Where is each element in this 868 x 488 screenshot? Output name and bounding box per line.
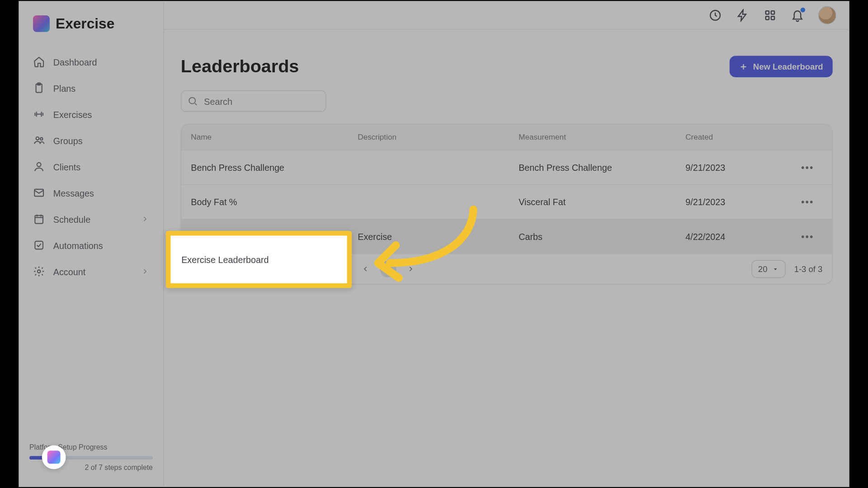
calendar-icon [33, 213, 45, 225]
chevron-right-icon [141, 267, 149, 275]
sidebar-item-automations[interactable]: Automations [25, 233, 158, 257]
check-square-icon [33, 239, 45, 251]
chevron-right-icon [141, 215, 149, 223]
clock-icon[interactable] [709, 9, 722, 22]
brand-logo-icon [33, 15, 50, 32]
svg-rect-13 [771, 16, 774, 19]
row-actions-icon[interactable]: ••• [801, 197, 822, 207]
sidebar-item-label: Groups [53, 135, 83, 145]
column-header: Description [358, 133, 519, 142]
pager: 1 [357, 261, 419, 277]
sidebar-nav: Dashboard Plans Exercises [19, 45, 163, 288]
caret-down-icon [772, 265, 779, 272]
bolt-icon[interactable] [736, 9, 749, 22]
cell-measurement: Visceral Fat [519, 197, 685, 207]
sidebar: Exercise Dashboard Plans [19, 1, 164, 487]
sidebar-item-label: Schedule [53, 214, 90, 224]
sidebar-item-plans[interactable]: Plans [25, 76, 158, 100]
sidebar-item-clients[interactable]: Clients [25, 155, 158, 178]
user-icon [33, 160, 45, 172]
cell-measurement: Carbs [519, 231, 685, 241]
svg-point-14 [189, 98, 195, 104]
sidebar-item-exercises[interactable]: Exercises [25, 102, 158, 126]
table-header: Name Description Measurement Created [181, 124, 832, 150]
cell-description: Exercise [358, 231, 519, 241]
sidebar-item-label: Exercises [53, 109, 92, 119]
search-icon [187, 96, 198, 107]
sidebar-item-label: Messages [53, 188, 94, 197]
svg-point-2 [36, 137, 39, 140]
plus-icon: ＋ [739, 62, 748, 71]
svg-point-3 [40, 138, 42, 140]
column-header: Created [685, 133, 787, 142]
row-actions-icon[interactable]: ••• [801, 231, 822, 241]
cell-created: 9/21/2023 [685, 162, 787, 172]
highlight-callout: Exercise Leaderboard [166, 231, 352, 288]
svg-point-4 [37, 163, 41, 167]
cell-name: Body Fat % [191, 197, 358, 207]
svg-rect-6 [35, 216, 43, 224]
prev-page-button[interactable] [357, 261, 374, 277]
page-header: Leaderboards ＋ New Leaderboard [181, 56, 833, 77]
home-icon [33, 56, 45, 68]
callout-label: Exercise Leaderboard [181, 254, 269, 264]
cell-measurement: Bench Press Challenge [519, 162, 685, 172]
clipboard-icon [33, 82, 45, 94]
current-page[interactable]: 1 [380, 261, 396, 277]
row-actions-icon[interactable]: ••• [801, 162, 822, 172]
page-size: 20 1-3 of 3 [751, 260, 822, 278]
app-window: Exercise Dashboard Plans [19, 1, 849, 487]
apps-icon[interactable] [764, 9, 777, 22]
setup-progress: Platform Setup Progress 2 of 7 steps com… [19, 443, 163, 476]
table-row[interactable]: Bench Press Challenge Bench Press Challe… [181, 150, 832, 184]
svg-point-8 [38, 270, 41, 273]
brand-name: Exercise [56, 15, 114, 32]
brand: Exercise [19, 12, 163, 45]
sidebar-item-schedule[interactable]: Schedule [25, 207, 158, 231]
sidebar-item-label: Dashboard [53, 56, 97, 66]
topbar [164, 1, 849, 29]
cell-name: Bench Press Challenge [191, 162, 358, 172]
notification-dot-icon [801, 7, 806, 12]
setup-progress-badge[interactable] [42, 445, 66, 469]
sidebar-item-label: Clients [53, 161, 80, 171]
sidebar-item-messages[interactable]: Messages [25, 181, 158, 205]
page-size-value: 20 [758, 264, 768, 274]
next-page-button[interactable] [402, 261, 419, 277]
button-label: New Leaderboard [753, 62, 823, 71]
groups-icon [33, 134, 45, 146]
sidebar-item-groups[interactable]: Groups [25, 128, 158, 152]
page-size-select[interactable]: 20 [751, 260, 786, 278]
avatar[interactable] [818, 6, 836, 24]
svg-rect-7 [35, 241, 43, 249]
brand-logo-icon [47, 450, 61, 464]
dumbbell-icon [33, 108, 45, 120]
cell-created: 4/22/2024 [685, 231, 787, 241]
page-range: 1-3 of 3 [794, 264, 823, 274]
svg-rect-11 [771, 11, 774, 14]
sidebar-item-label: Automations [53, 240, 103, 250]
column-header: Name [191, 133, 358, 142]
sidebar-item-label: Plans [53, 83, 75, 93]
gear-icon [33, 265, 45, 277]
svg-rect-10 [766, 11, 769, 14]
mail-icon [33, 187, 45, 198]
sidebar-item-account[interactable]: Account [25, 259, 158, 283]
sidebar-item-dashboard[interactable]: Dashboard [25, 50, 158, 74]
search-input[interactable] [204, 96, 320, 106]
cell-created: 9/21/2023 [685, 197, 787, 207]
bell-icon[interactable] [791, 9, 804, 22]
page-title: Leaderboards [181, 56, 299, 77]
svg-rect-12 [766, 16, 769, 19]
new-leaderboard-button[interactable]: ＋ New Leaderboard [729, 56, 833, 77]
search-input-wrapper[interactable] [181, 90, 326, 112]
table-row[interactable]: Body Fat % Visceral Fat 9/21/2023 ••• [181, 184, 832, 219]
sidebar-item-label: Account [53, 266, 85, 276]
column-header: Measurement [519, 133, 685, 142]
